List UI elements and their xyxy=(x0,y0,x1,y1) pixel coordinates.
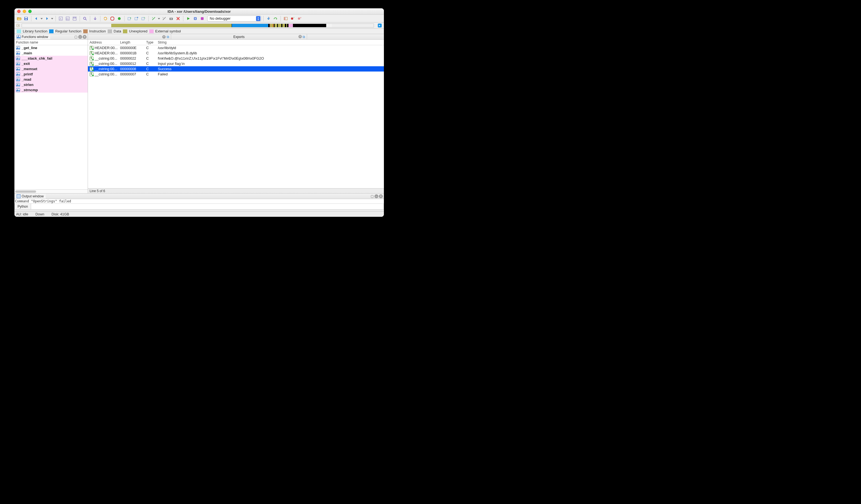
strings-header[interactable]: AddressLengthTypeString xyxy=(88,40,384,45)
refresh-icon[interactable] xyxy=(102,15,108,22)
string-row[interactable]: __cstring:00...00000022Cf\nk\fw&O.@\x11x… xyxy=(88,56,384,61)
struct-view-icon[interactable] xyxy=(71,15,78,22)
function-row[interactable]: _printf xyxy=(14,71,88,77)
traffic-lights xyxy=(14,10,32,13)
python-label[interactable]: Python xyxy=(14,204,31,210)
close-icon[interactable] xyxy=(17,10,20,13)
expand-tab-icon[interactable]: ⧉ xyxy=(167,35,169,39)
function-name: _get_line xyxy=(22,46,37,50)
string-row[interactable]: __cstring:00...00000012CInput your flag:… xyxy=(88,61,384,66)
function-icon xyxy=(16,46,20,50)
minimize-pane-icon[interactable]: – xyxy=(374,194,378,198)
cell-length: 00000012 xyxy=(119,61,145,66)
output-tabbar: Output window ▢ – × xyxy=(14,194,384,199)
run-icon[interactable] xyxy=(185,15,191,22)
nav-fwd-menu[interactable] xyxy=(51,15,54,22)
column-header[interactable]: Length xyxy=(119,40,145,45)
close-pane-icon[interactable]: × xyxy=(83,35,86,39)
terminal-icon xyxy=(17,194,20,198)
expand-tab-icon[interactable]: ⧉ xyxy=(303,35,305,39)
nav-back-button[interactable] xyxy=(33,15,39,22)
hex-view-icon[interactable]: 01 xyxy=(65,15,71,22)
segment-overview[interactable] xyxy=(22,24,374,27)
zoom-icon[interactable] xyxy=(28,10,32,13)
xref-del-icon[interactable]: x xyxy=(161,15,167,22)
string-row[interactable]: HEADER:00...0000001BC/usr/lib/libSystem.… xyxy=(88,51,384,56)
right-tabbar: × ⧉ Exports × ⧉ xyxy=(88,34,384,40)
segment[interactable] xyxy=(326,24,332,27)
svg-point-27 xyxy=(285,17,285,18)
close-tab-icon[interactable]: × xyxy=(299,35,302,38)
function-name: _exit xyxy=(22,61,30,66)
function-row[interactable]: _memset xyxy=(14,66,88,71)
segment[interactable] xyxy=(278,24,281,27)
strings-table[interactable]: HEADER:00...0000000EC/usr/lib/dyldHEADER… xyxy=(88,45,384,188)
python-input[interactable] xyxy=(31,204,384,210)
tab-strings[interactable]: × ⧉ xyxy=(88,34,171,39)
stop-sign-icon[interactable] xyxy=(109,15,115,22)
detach-icon[interactable]: ▢ xyxy=(74,35,78,39)
segment[interactable] xyxy=(275,24,277,27)
functions-header[interactable]: Function name xyxy=(14,40,88,45)
lib-btn-3[interactable] xyxy=(140,15,147,22)
segment[interactable] xyxy=(271,24,272,27)
lib-btn-2[interactable] xyxy=(134,15,139,22)
nav-right-icon[interactable]: ▸ xyxy=(378,24,382,27)
xref-add-icon[interactable]: x xyxy=(151,15,157,22)
functions-list[interactable]: _get_line_main___stack_chk_fail_exit_mem… xyxy=(14,45,88,190)
function-row[interactable]: _read xyxy=(14,77,88,82)
function-icon xyxy=(16,57,20,60)
column-header[interactable]: String xyxy=(156,40,384,45)
output-log[interactable]: Command "OpenStrings" failed xyxy=(14,199,384,204)
string-row[interactable]: __cstring:00...00000007CFailed xyxy=(88,71,384,77)
step-over-icon[interactable] xyxy=(272,15,278,22)
close-pane-icon[interactable]: × xyxy=(379,194,383,198)
down-arrow-icon[interactable] xyxy=(92,15,98,22)
bp-del-icon[interactable]: × xyxy=(297,15,303,22)
function-row[interactable]: ___stack_chk_fail xyxy=(14,56,88,61)
nav-fwd-button[interactable] xyxy=(44,15,50,22)
legend-label: Unexplored xyxy=(129,29,148,33)
functions-tab[interactable]: Functions window xyxy=(14,34,50,39)
h-scrollbar[interactable] xyxy=(14,190,88,193)
detach-icon[interactable]: ▢ xyxy=(370,194,374,198)
nav-back-menu[interactable] xyxy=(40,15,43,22)
close-tab-icon[interactable]: × xyxy=(162,35,166,39)
string-row[interactable]: __cstring:00...00000008CSuccess xyxy=(88,66,384,71)
delete-icon[interactable] xyxy=(175,15,181,22)
function-row[interactable]: _main xyxy=(14,51,88,56)
segment[interactable] xyxy=(293,24,326,27)
tab-exports[interactable]: Exports × ⧉ xyxy=(171,34,307,39)
output-tab[interactable]: Output window xyxy=(14,194,46,199)
xref-menu[interactable] xyxy=(158,15,160,22)
bullet-icon[interactable] xyxy=(116,15,122,22)
pause-icon[interactable] xyxy=(192,15,198,22)
segment[interactable] xyxy=(282,24,285,27)
snapshot-icon[interactable] xyxy=(168,15,174,22)
save-button[interactable] xyxy=(23,15,29,22)
function-row[interactable]: _strncmp xyxy=(14,87,88,93)
function-row[interactable]: _exit xyxy=(14,61,88,66)
segment[interactable] xyxy=(111,24,232,27)
string-row[interactable]: HEADER:00...0000000EC/usr/lib/dyld xyxy=(88,45,384,51)
segment[interactable] xyxy=(22,24,111,27)
output-controls: ▢ – × xyxy=(370,194,384,198)
bp-add-icon[interactable]: + xyxy=(290,15,296,22)
segment[interactable] xyxy=(288,24,293,27)
lib-btn-1[interactable] xyxy=(126,15,133,22)
segment[interactable] xyxy=(232,24,268,27)
breakpoints-icon[interactable] xyxy=(283,15,289,22)
open-button[interactable] xyxy=(16,15,22,22)
column-header[interactable]: Address xyxy=(88,40,119,45)
minimize-pane-icon[interactable]: – xyxy=(78,35,82,39)
search-icon[interactable] xyxy=(82,15,88,22)
debugger-select[interactable]: No debugger ▲▼ xyxy=(207,15,261,22)
nav-left-icon[interactable]: ◂ xyxy=(17,24,19,27)
step-into-icon[interactable]: c xyxy=(265,15,272,22)
column-header[interactable]: Type xyxy=(145,40,156,45)
terminate-icon[interactable] xyxy=(199,15,205,22)
function-row[interactable]: _get_line xyxy=(14,45,88,51)
function-row[interactable]: _strlen xyxy=(14,82,88,87)
text-view-icon[interactable]: A xyxy=(58,15,64,22)
minimize-icon[interactable] xyxy=(23,10,26,13)
